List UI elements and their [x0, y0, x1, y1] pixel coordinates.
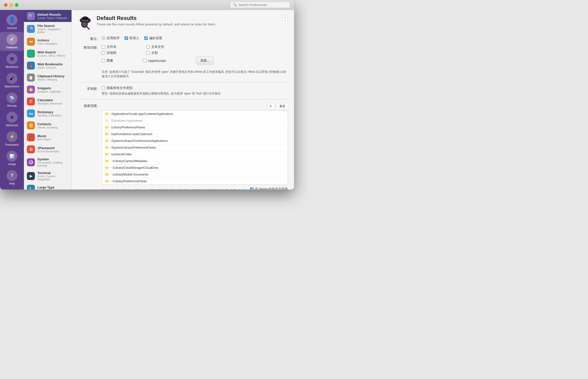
sidebar-item-advanced[interactable]: ⚙ Advanced — [0, 110, 24, 129]
search-icon: 🔍 — [233, 3, 237, 7]
sidebar-middle-item-calculator[interactable]: 🗓 Calculator Standard, Advanced — [24, 95, 72, 107]
sidebar-middle-item-snippets[interactable]: ⭐ Snippets Snippets, Clippings — [24, 84, 72, 95]
terminal-subtitle: Prefix, Custom Integration — [37, 175, 69, 181]
checkbox-all-filetypes-input[interactable] — [102, 86, 105, 90]
sidebar-middle-item-file-search[interactable]: 🔎 File Search Search, Navigation, Buffer — [24, 22, 72, 36]
1password-subtitle: 1Click Bookmarks — [37, 150, 59, 153]
scope-actions: + 重置 — [102, 103, 288, 109]
sidebar-item-label-powerpack: Powerpack — [5, 143, 19, 146]
scope-path-4: /System/Library/CoreServices/Application… — [111, 139, 168, 143]
sidebar-middle-item-actions[interactable]: ➡ Actions Files, Navigation — [24, 36, 72, 48]
help-button[interactable]: ? — [282, 15, 288, 21]
sidebar-middle-item-music[interactable]: 🎵 Music Mini Player — [24, 131, 72, 143]
checkbox-text-files[interactable]: 文本文件 — [146, 45, 164, 49]
checkbox-all-filetypes[interactable]: 搜索所有文件类型 — [102, 86, 288, 90]
folder-icon-4: 📁 — [105, 139, 109, 143]
checkbox-applications-input[interactable] — [102, 36, 105, 40]
sidebar-item-general[interactable]: 👤 General — [0, 12, 24, 31]
sidebar-middle-item-large-type[interactable]: L Large Type Display, Font — [24, 183, 72, 190]
checkbox-archives[interactable]: 压缩档 — [102, 51, 116, 55]
checkbox-folder-input[interactable] — [102, 45, 105, 49]
close-button[interactable] — [4, 3, 7, 7]
sidebar-item-label-general: General — [7, 26, 17, 29]
scope-list[interactable]: 📁 /Applications/Xcode.app/Contents/Appli… — [102, 110, 288, 185]
checkbox-contacts-label: 联系人 — [130, 36, 139, 40]
sidebar-item-help[interactable]: ? Help — [0, 168, 24, 187]
sidebar-item-usage[interactable]: 📊 Usage — [0, 149, 24, 168]
checkbox-applications[interactable]: 应用程序 — [102, 36, 120, 40]
maximize-button[interactable] — [15, 3, 18, 7]
checkbox-all-filetypes-label: 搜索所有文件类型 — [107, 86, 133, 90]
sidebar-item-remote[interactable]: 📡 Remote — [0, 90, 24, 109]
panel-header-icon — [78, 15, 93, 30]
features-icon: ✓ — [6, 34, 17, 45]
sidebar-item-update[interactable]: ↓ Update — [0, 188, 24, 190]
appearance-icon: 🖌 — [6, 73, 17, 84]
dictionary-icon: Aa — [27, 109, 35, 117]
svg-line-5 — [87, 27, 89, 29]
svg-rect-2 — [82, 20, 89, 21]
advanced-button[interactable]: 高级... — [196, 57, 214, 65]
scope-reset-button[interactable]: 重置 — [277, 103, 288, 109]
folder-icon-7: 📁 — [105, 159, 109, 163]
sidebar-middle-item-system[interactable]: ⏻ System Commands, Quitting, Ejecting — [24, 155, 72, 169]
home-checkbox-label: 在 Home 中包含文件夹 — [255, 187, 288, 190]
usage-icon: 📊 — [6, 151, 17, 162]
folder-icon-1: 📁 — [105, 119, 109, 123]
sidebar-middle-item-terminal[interactable]: ▶ Terminal Prefix, Custom Integration — [24, 169, 72, 183]
web-search-subtitle: Custom, URLs, History — [37, 54, 65, 57]
scope-section: 搜索范围: + 重置 📁 /Applications/Xcode.app/Con… — [78, 103, 288, 190]
actions-icon: ➡ — [27, 38, 35, 46]
file-search-icon: 🔎 — [27, 25, 35, 33]
checkbox-docs[interactable]: 文档 — [146, 51, 158, 55]
contacts-subtitle: Viewer, Emailing — [37, 126, 58, 129]
actions-title: Actions — [37, 38, 58, 42]
sidebar-item-appearance[interactable]: 🖌 Appearance — [0, 71, 24, 90]
checkbox-archives-input[interactable] — [102, 51, 105, 55]
scope-add-button[interactable]: + — [267, 103, 275, 109]
home-checkbox-input[interactable] — [250, 188, 253, 190]
essentials-section: 要点: 应用程序 联系人 — [78, 36, 288, 41]
checkbox-archives-label: 压缩档 — [107, 51, 116, 55]
search-input[interactable] — [238, 3, 287, 7]
powerpack-icon: ⚡ — [6, 131, 17, 142]
contacts-title: Contacts — [37, 122, 58, 126]
search-bar[interactable]: 🔍 — [230, 2, 290, 8]
sidebar-item-powerpack[interactable]: ⚡ Powerpack — [0, 129, 24, 148]
folder-icon-6: 📁 — [105, 152, 109, 156]
checkbox-images-input[interactable] — [102, 59, 105, 62]
nonsmart-warning: 警告: 选择此选项会减慢速度并使默认搜索结果混乱. 改为使用 'open' 和 … — [102, 91, 288, 96]
extras-label: 附加功能: — [78, 45, 98, 50]
checkbox-preferences-input[interactable] — [144, 36, 148, 40]
checkbox-folder[interactable]: 文件夹 — [102, 45, 116, 49]
checkbox-applescripts[interactable]: AppleScripts — [143, 59, 166, 63]
checkbox-contacts-essential[interactable]: 联系人 — [125, 36, 139, 40]
sidebar-middle-item-default-results[interactable]: 🔍 Default Results Scope, Types, Fallback… — [24, 10, 72, 22]
folder-icon-10: 📁 — [105, 179, 109, 183]
large-type-title: Large Type — [37, 186, 54, 189]
home-checkbox-row[interactable]: 在 Home 中包含文件夹 — [250, 187, 288, 190]
large-type-subtitle: Display, Font — [37, 189, 54, 190]
sidebar-middle-item-web-bookmarks[interactable]: 🔖 Web Bookmarks Safari, Chrome — [24, 60, 72, 72]
sidebar-middle-item-dictionary[interactable]: Aa Dictionary Spelling, Definitions — [24, 107, 72, 119]
divider-1 — [78, 82, 288, 82]
sidebar-middle-item-clipboard[interactable]: 📋 Clipboard History History, Merging — [24, 72, 72, 84]
minimize-button[interactable] — [9, 3, 13, 7]
scope-item-9: 📁 ~/Library/Mobile Documents — [102, 171, 288, 178]
scope-item-5: 📁 /System/Library/PreferencePanes — [102, 144, 288, 151]
checkbox-docs-input[interactable] — [146, 51, 150, 55]
checkbox-applescripts-input[interactable] — [143, 59, 147, 62]
checkbox-images[interactable]: 图像 — [102, 58, 113, 63]
page-description: These are the main results Alfred presen… — [97, 22, 282, 26]
checkbox-preferences[interactable]: 偏好设置 — [144, 36, 162, 40]
sidebar-middle-item-web-search[interactable]: 🌐 Web Search Custom, URLs, History — [24, 48, 72, 60]
sidebar-middle-item-1password[interactable]: ① 1Password 1Click Bookmarks — [24, 143, 72, 155]
checkbox-text-files-input[interactable] — [146, 45, 150, 49]
sidebar-item-workflows[interactable]: ⊞ Workflows — [0, 51, 24, 70]
sidebar-middle-item-contacts[interactable]: 📒 Contacts Viewer, Emailing — [24, 119, 72, 131]
contacts-icon: 📒 — [27, 121, 35, 129]
sidebar-item-features[interactable]: ✓ Features — [0, 32, 24, 51]
file-search-title: File Search — [37, 24, 69, 28]
system-subtitle: Commands, Quitting, Ejecting — [37, 161, 69, 167]
checkbox-contacts-input[interactable] — [125, 36, 128, 40]
